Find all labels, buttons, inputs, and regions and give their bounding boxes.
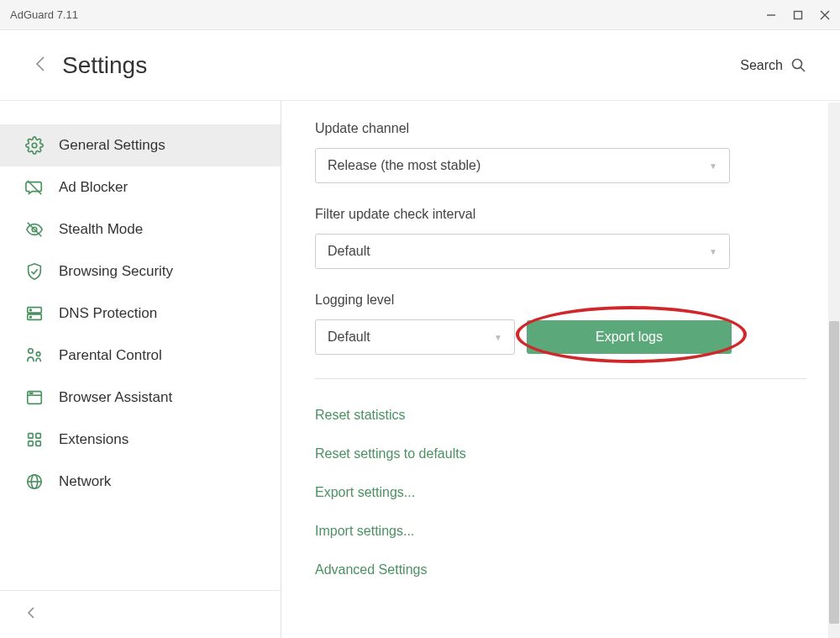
sidebar-item-browser[interactable]: Browser Assistant [0,377,281,419]
svg-point-15 [36,352,40,356]
back-button[interactable] [34,54,47,77]
chevron-left-icon [25,604,37,621]
update-channel-dropdown[interactable]: Release (the most stable) ▼ [315,148,730,183]
window-controls [766,10,830,20]
sidebar-item-dns[interactable]: DNS Protection [0,293,281,335]
maximize-icon [793,10,803,20]
close-button[interactable] [820,10,830,20]
dropdown-value: Default [328,244,370,259]
grid-icon [25,430,44,449]
svg-point-4 [793,59,802,68]
sidebar-item-label: Browser Assistant [59,389,172,406]
sidebar-item-label: Parental Control [59,347,162,364]
browser-icon [25,388,44,407]
chevron-down-icon: ▼ [709,247,717,256]
search-icon [791,58,806,73]
search-label: Search [740,58,783,73]
close-icon [820,10,830,20]
sidebar-footer [0,590,281,638]
window-title: AdGuard 7.11 [10,8,78,21]
minimize-button[interactable] [766,10,776,20]
svg-point-19 [32,393,33,393]
sidebar-item-extensions[interactable]: Extensions [0,419,281,461]
chevron-down-icon: ▼ [494,333,502,342]
main-panel: Update channel Release (the most stable)… [281,101,840,638]
eye-slash-icon [25,220,44,239]
logging-group: Logging level Default ▼ Export logs [315,293,806,355]
svg-line-5 [801,67,805,71]
sidebar-item-adblocker[interactable]: Ad Blocker [0,166,281,208]
svg-rect-21 [36,434,41,439]
svg-rect-1 [795,11,802,18]
update-channel-group: Update channel Release (the most stable)… [315,121,806,183]
chevron-left-icon [34,54,47,74]
sidebar-item-label: Browsing Security [59,263,173,280]
sidebar-collapse-button[interactable] [25,609,37,624]
gear-icon [25,136,44,155]
reset-statistics-link[interactable]: Reset statistics [315,396,806,435]
sidebar-item-label: General Settings [59,137,165,154]
sidebar-item-network[interactable]: Network [0,461,281,503]
export-settings-link[interactable]: Export settings... [315,473,806,512]
logging-label: Logging level [315,293,806,308]
scrollbar-thumb[interactable] [829,321,839,624]
svg-rect-23 [36,441,41,446]
svg-point-12 [30,309,32,311]
filter-interval-group: Filter update check interval Default ▼ [315,207,806,269]
parental-icon [25,346,44,365]
header-left: Settings [34,52,147,79]
svg-point-13 [30,316,32,318]
page-title: Settings [62,52,147,79]
sidebar-item-parental[interactable]: Parental Control [0,335,281,377]
titlebar: AdGuard 7.11 [0,0,840,30]
sidebar-item-label: Network [59,473,111,490]
maximize-button[interactable] [793,10,803,20]
sidebar-item-stealth[interactable]: Stealth Mode [0,208,281,250]
section-divider [315,378,806,379]
sidebar-item-general[interactable]: General Settings [0,124,281,166]
logging-dropdown[interactable]: Default ▼ [315,319,515,355]
scrollbar-track[interactable] [828,103,840,638]
content: General Settings Ad Blocker Stealth Mode… [0,101,840,638]
sidebar-item-label: DNS Protection [59,305,157,322]
filter-interval-label: Filter update check interval [315,207,806,222]
sidebar-item-label: Stealth Mode [59,221,143,238]
header: Settings Search [0,30,840,101]
dropdown-value: Default [328,330,370,345]
sidebar-item-security[interactable]: Browsing Security [0,250,281,293]
svg-rect-22 [29,441,34,446]
speech-slash-icon [25,178,44,197]
svg-point-18 [29,393,30,393]
import-settings-link[interactable]: Import settings... [315,512,806,551]
globe-icon [25,472,44,491]
svg-point-14 [29,349,34,354]
dropdown-value: Release (the most stable) [328,158,480,173]
shield-check-icon [25,262,44,281]
chevron-down-icon: ▼ [709,161,717,171]
update-channel-label: Update channel [315,121,806,136]
sidebar-item-label: Ad Blocker [59,179,128,196]
reset-settings-link[interactable]: Reset settings to defaults [315,435,806,473]
logging-row: Default ▼ Export logs [315,319,806,355]
minimize-icon [766,10,776,20]
export-logs-button[interactable]: Export logs [527,320,732,354]
advanced-settings-link[interactable]: Advanced Settings [315,551,806,589]
export-logs-label: Export logs [596,330,663,345]
svg-rect-20 [29,434,34,439]
search-button[interactable]: Search [740,58,806,73]
sidebar: General Settings Ad Blocker Stealth Mode… [0,101,281,638]
filter-interval-dropdown[interactable]: Default ▼ [315,234,730,269]
svg-point-6 [32,143,37,148]
sidebar-item-label: Extensions [59,431,129,448]
server-icon [25,304,44,323]
